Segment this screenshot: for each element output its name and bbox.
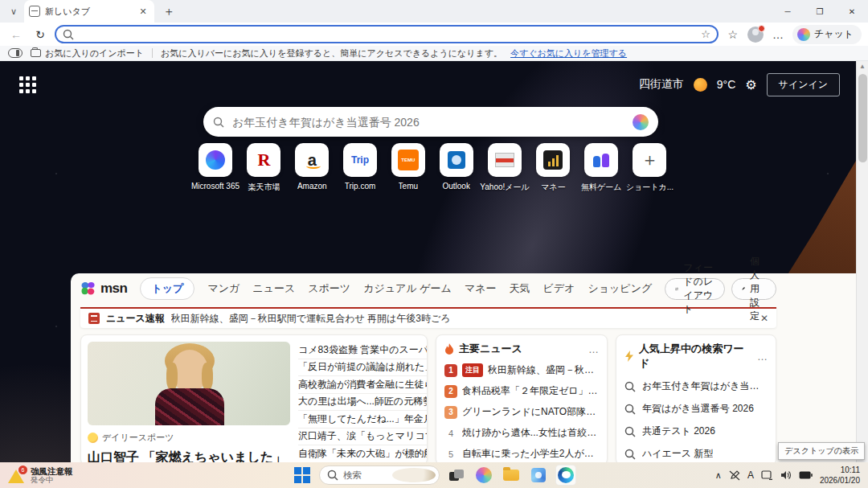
shortcut-amazon[interactable]: a Amazon (289, 143, 336, 193)
shortcut-yahoo-mail[interactable]: Yahoo!メール (481, 143, 529, 193)
msn-tab-manga[interactable]: マンガ (207, 281, 240, 296)
back-button[interactable]: ← (6, 25, 26, 44)
msn-tab-top[interactable]: トップ (140, 277, 194, 300)
window-minimize-button[interactable]: ─ (772, 0, 804, 23)
msn-logo[interactable]: msn (80, 281, 127, 297)
address-input[interactable] (79, 29, 696, 40)
new-tab-page: 四街道市 9°C ⚙ サインイン Microsoft 365 R 楽天市場 a … (0, 61, 868, 462)
start-button[interactable] (292, 465, 313, 486)
favorites-import-button[interactable]: お気に入りのインポート (31, 47, 144, 59)
personalize-button[interactable]: 個人用設定 (731, 278, 776, 300)
taskbar-search-box[interactable]: 検索 (319, 465, 440, 485)
file-explorer-button[interactable] (501, 465, 522, 486)
list-item[interactable]: 5 自転車に乗った小学生2人がワンボッ... (444, 447, 599, 461)
page-scrollbar[interactable]: ▲ (856, 61, 868, 462)
msn-tab-money[interactable]: マネー (465, 281, 497, 296)
msn-tab-video[interactable]: ビデオ (543, 281, 575, 296)
list-item[interactable]: 1 注目 秋田新幹線、盛岡－秋田駅間... (444, 363, 599, 377)
money-icon (536, 143, 570, 177)
list-item[interactable]: 「無理してたんだね...」年金月16万... (298, 411, 428, 429)
list-item[interactable]: 年賀はがき当選番号 2026 (624, 402, 768, 416)
scrollbar-thumb[interactable] (858, 74, 867, 162)
weather-alert-icon: 6 (8, 467, 26, 483)
copilot-chat-button[interactable]: チャット (792, 25, 862, 44)
favorites-collection-icon[interactable]: ☆ (723, 25, 743, 44)
weather-temperature[interactable]: 9°C (717, 78, 736, 91)
weather-location[interactable]: 四街道市 (639, 77, 684, 92)
msn-tab-news[interactable]: ニュース (252, 281, 295, 296)
breaking-news-ticker[interactable]: ニュース速報 秋田新幹線、盛岡－秋田駅間で運転見合わせ 再開は午後3時ごろ ✕ (80, 307, 776, 328)
hero-headline[interactable]: 山口智子 「家燃えちゃいました」 スーツケース1... (88, 449, 290, 462)
volume-icon[interactable] (780, 470, 792, 480)
card-menu-icon[interactable]: … (757, 351, 768, 363)
photos-app-button[interactable] (528, 465, 549, 486)
shortcut-free-games[interactable]: 無料ゲーム (578, 143, 625, 193)
list-item[interactable]: お年玉付き年賀はがき当選番号 2... (624, 379, 768, 393)
new-tab-button[interactable]: ＋ (159, 2, 178, 21)
refresh-button[interactable]: ↻ (31, 25, 50, 44)
highlight-badge: 注目 (462, 363, 483, 377)
card-menu-icon[interactable]: … (588, 343, 599, 355)
ticker-close-icon[interactable]: ✕ (760, 313, 768, 324)
personalize-pencil-icon (742, 284, 745, 293)
feed-layout-button[interactable]: フィードのレイアウト (665, 278, 725, 300)
list-item[interactable]: コメ83袋盗難 営業中のスーパーから (298, 342, 428, 359)
shortcut-add[interactable]: ＋ ショートカ... (626, 143, 674, 193)
msn-tab-shopping[interactable]: ショッピング (588, 281, 652, 296)
list-item[interactable]: 共通テスト 2026 (624, 424, 768, 438)
shortcut-money[interactable]: マネー (530, 143, 577, 193)
rank-badge: 5 (444, 448, 457, 461)
list-item[interactable]: 3 グリーンランドにNATO部隊配置を提... (444, 405, 599, 419)
window-close-button[interactable]: ✕ (836, 0, 868, 23)
app-launcher-icon[interactable] (19, 76, 36, 93)
copilot-taskbar-button[interactable] (473, 465, 494, 486)
manage-favorites-link[interactable]: 今すぐお気に入りを管理する (510, 47, 627, 59)
list-item[interactable]: 沢口靖子、涙「もっとマリコでいた... (298, 429, 428, 446)
sidebar-toggle-icon[interactable] (8, 48, 23, 58)
taskbar-clock[interactable]: 10:11 2026/01/20 (820, 465, 860, 486)
list-item[interactable]: 大の里は出場へ...師匠の元稀勢の里... (298, 394, 428, 412)
list-item[interactable]: 4 焼け跡から遺体...女性は首絞められ... (444, 426, 599, 440)
tab-search-dropdown-icon[interactable]: ∨ (3, 3, 24, 19)
taskbar-weather-widget[interactable]: 6 強風注意報 発令中 (0, 462, 81, 488)
list-item[interactable]: ハイエース 新型 (624, 447, 768, 461)
pen-disabled-icon[interactable] (729, 470, 740, 481)
shortcut-microsoft-365[interactable]: Microsoft 365 (191, 143, 240, 193)
scrollbar-up-icon[interactable]: ▲ (857, 63, 868, 70)
shortcut-outlook[interactable]: Outlook (432, 143, 480, 193)
tray-chevron-up-icon[interactable]: ∧ (715, 470, 722, 481)
rank-badge: 3 (444, 406, 457, 419)
hero-article[interactable]: デイリースポーツ 山口智子 「家燃えちゃいました」 スーツケース1... (88, 342, 290, 458)
favorites-bar: お気に入りのインポート お気に入りバーにお気に入りを登録すると、簡単にアクセスで… (0, 46, 868, 61)
shortcut-trip-com[interactable]: Trip Trip.com (337, 143, 384, 193)
touch-keyboard-icon[interactable] (761, 470, 773, 480)
profile-avatar[interactable] (747, 27, 764, 43)
favorite-star-icon[interactable]: ☆ (701, 28, 710, 40)
breaking-news-text[interactable]: 秋田新幹線、盛岡－秋田駅間で運転見合わせ 再開は午後3時ごろ (171, 312, 754, 326)
msn-tab-sports[interactable]: スポーツ (308, 281, 350, 296)
list-item[interactable]: 自衛隊「未来の大砲」が標的船をブ... (298, 445, 428, 462)
tab-new-tab[interactable]: 新しいタブ ✕ (24, 0, 154, 23)
ime-mode-indicator[interactable]: A (747, 470, 754, 481)
shortcuts-row: Microsoft 365 R 楽天市場 a Amazon Trip Trip.… (191, 143, 674, 193)
window-restore-button[interactable]: ❐ (804, 0, 836, 23)
hero-search-box[interactable] (203, 107, 658, 137)
list-item[interactable]: 高校教諭が消費者金融に生徒らの情... (298, 376, 428, 394)
hero-search-input[interactable] (232, 116, 624, 129)
browser-menu-icon[interactable]: … (768, 25, 788, 44)
list-item[interactable]: 2 食料品税率「２年限定ゼロ」検討、... (444, 384, 599, 398)
address-bar[interactable]: ☆ (55, 25, 719, 43)
msn-tab-weather[interactable]: 天気 (510, 281, 530, 296)
tab-close-icon[interactable]: ✕ (137, 5, 149, 18)
msn-tab-casual-games[interactable]: カジュアル ゲーム (363, 281, 452, 296)
outlook-icon (440, 143, 473, 177)
list-item[interactable]: 「反日が前提の議論は崩れた」韓国... (298, 359, 428, 377)
battery-icon[interactable] (799, 471, 813, 479)
task-view-button[interactable] (446, 465, 467, 486)
sign-in-button[interactable]: サインイン (767, 73, 840, 96)
shortcut-rakuten[interactable]: R 楽天市場 (240, 143, 288, 193)
shortcut-temu[interactable]: TEMU Temu (384, 143, 432, 193)
edge-button[interactable] (555, 465, 576, 486)
copilot-icon[interactable] (633, 114, 649, 130)
settings-gear-icon[interactable]: ⚙ (745, 77, 756, 92)
